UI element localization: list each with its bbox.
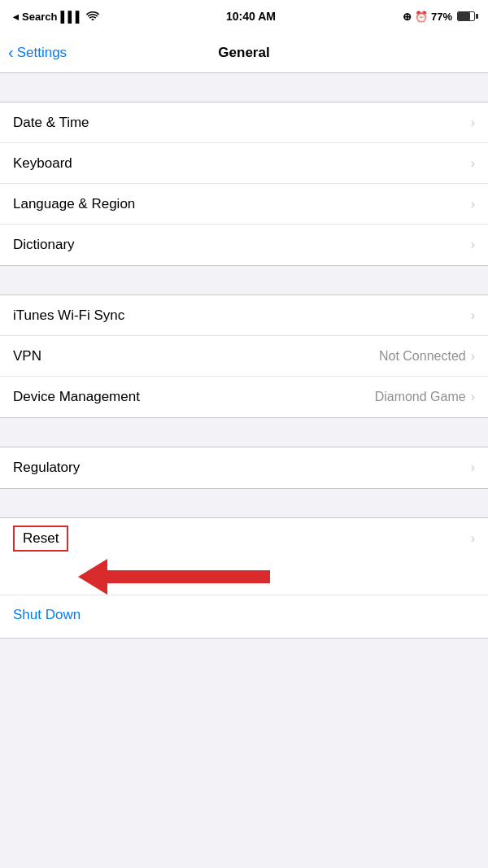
date-time-row[interactable]: Date & Time › [0,103,488,143]
section-3: Regulatory › [0,447,488,489]
chevron-icon: › [471,197,475,212]
reset-arrow-row [0,559,488,595]
device-management-label: Device Management [13,389,140,405]
carrier-label: Search [22,11,57,23]
language-region-label: Language & Region [13,196,135,212]
shut-down-row: Shut Down [0,595,488,638]
language-region-right: › [471,197,475,212]
back-button[interactable]: ‹ Settings [8,43,67,62]
vpn-row[interactable]: VPN Not Connected › [0,336,488,377]
regulatory-label: Regulatory [13,460,80,476]
keyboard-row[interactable]: Keyboard › [0,143,488,184]
back-chevron-icon: ‹ [8,43,14,62]
section-gap-4 [0,489,488,517]
device-management-value: Diamond Game [375,390,466,404]
chevron-icon: › [471,531,475,546]
date-time-right: › [471,116,475,130]
status-right: ⊕ ⏰ 77% [403,11,475,23]
location-icon: ⊕ [403,11,412,23]
wifi-icon [86,11,99,23]
section-1: Date & Time › Keyboard › Language & Regi… [0,102,488,266]
chevron-icon: › [471,349,475,364]
status-time: 10:40 AM [226,10,276,23]
regulatory-row[interactable]: Regulatory › [0,447,488,488]
date-time-label: Date & Time [13,115,89,131]
itunes-wifi-sync-right: › [471,308,475,323]
reset-label: Reset [13,526,68,552]
alarm-icon: ⏰ [415,11,428,23]
nav-bar: ‹ Settings General [0,33,488,73]
arrow-shaft [107,570,270,583]
language-region-row[interactable]: Language & Region › [0,184,488,225]
reset-section: Reset › Shut Down [0,517,488,639]
itunes-wifi-sync-label: iTunes Wi-Fi Sync [13,308,124,324]
section-gap-3 [0,418,488,447]
vpn-status: Not Connected [379,349,466,364]
vpn-label: VPN [13,348,41,364]
page-title: General [218,45,269,61]
arrow-head-icon [78,559,107,595]
carrier-icon: ◂ [13,11,19,23]
status-left: ◂ Search ▌▌▌ [13,11,99,23]
device-management-right: Diamond Game › [375,390,475,404]
section-gap-2 [0,266,488,294]
chevron-icon: › [471,308,475,323]
shut-down-button[interactable]: Shut Down [13,607,81,622]
section-gap-top [0,73,488,102]
dictionary-row[interactable]: Dictionary › [0,225,488,265]
chevron-icon: › [471,460,475,475]
bottom-pad [0,639,488,704]
chevron-icon: › [471,116,475,130]
keyboard-right: › [471,156,475,171]
device-management-row[interactable]: Device Management Diamond Game › [0,377,488,417]
section-2: iTunes Wi-Fi Sync › VPN Not Connected › … [0,294,488,418]
vpn-right: Not Connected › [379,349,475,364]
chevron-icon: › [471,390,475,404]
chevron-icon: › [471,156,475,171]
signal-icon: ▌▌▌ [60,11,83,23]
itunes-wifi-sync-row[interactable]: iTunes Wi-Fi Sync › [0,295,488,336]
regulatory-right: › [471,460,475,475]
battery-percent: 77% [431,11,452,23]
dictionary-right: › [471,238,475,252]
dictionary-label: Dictionary [13,237,75,253]
battery-icon [457,11,475,21]
chevron-icon: › [471,238,475,252]
red-arrow [78,559,270,595]
status-bar: ◂ Search ▌▌▌ 10:40 AM ⊕ ⏰ 77% [0,0,488,33]
back-label: Settings [17,45,67,61]
keyboard-label: Keyboard [13,155,72,172]
reset-row[interactable]: Reset › [0,518,488,559]
